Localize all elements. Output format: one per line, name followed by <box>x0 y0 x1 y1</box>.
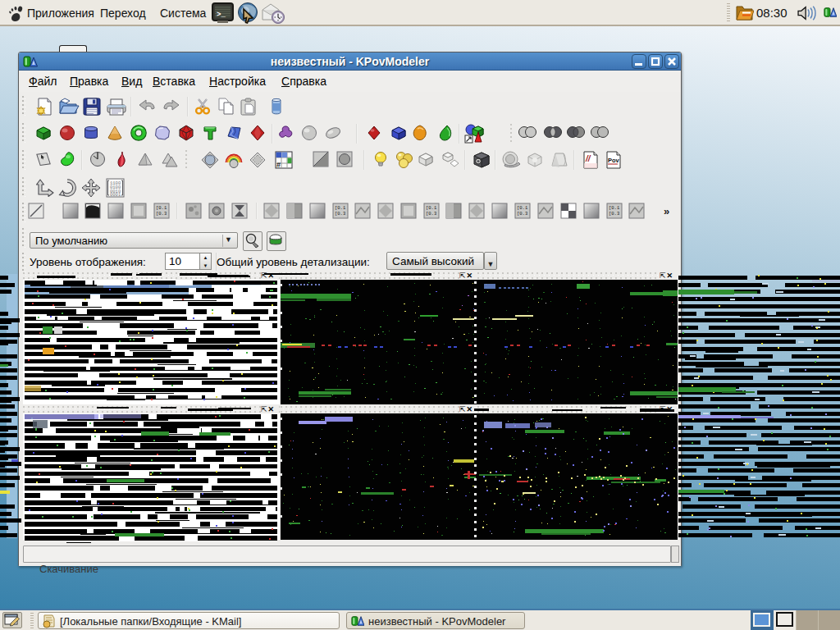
svg-text:[0.3: [0.3 <box>517 211 527 217</box>
svg-text:[0.1: [0.1 <box>335 205 346 211</box>
svg-text:>_: >_ <box>217 11 226 19</box>
svg-text:[0.3: [0.3 <box>335 211 345 217</box>
svg-text:0001: 0001 <box>110 192 121 198</box>
svg-text:[0.1: [0.1 <box>517 205 528 211</box>
svg-text:Pov: Pov <box>608 157 620 164</box>
svg-text:[0.3: [0.3 <box>156 211 167 217</box>
svg-text:#: # <box>276 161 281 169</box>
svg-text:[0.1: [0.1 <box>609 205 620 211</box>
svg-text:[0.1: [0.1 <box>426 205 437 211</box>
svg-text:[0.1: [0.1 <box>156 205 167 211</box>
svg-text:[0.3: [0.3 <box>609 211 619 217</box>
svg-text:[0.3: [0.3 <box>426 211 436 217</box>
